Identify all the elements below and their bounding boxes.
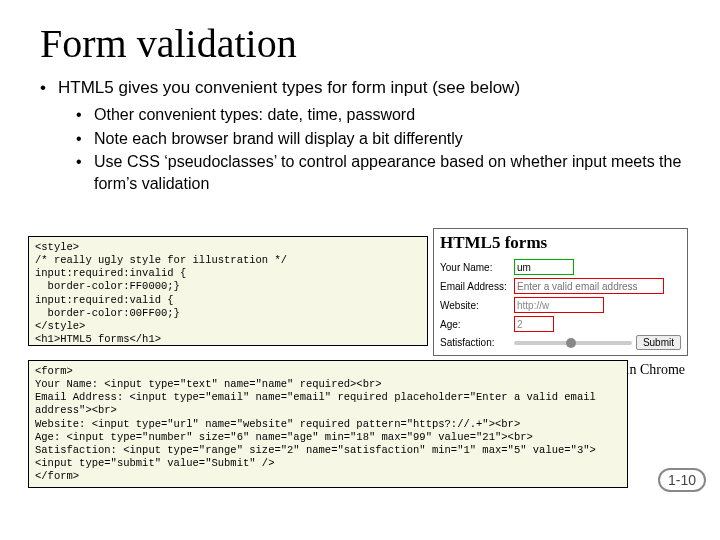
submit-button[interactable]: Submit — [636, 335, 681, 350]
name-label: Your Name: — [440, 262, 510, 273]
code-style-block: <style> /* really ugly style for illustr… — [28, 236, 428, 346]
email-label: Email Address: — [440, 281, 510, 292]
website-label: Website: — [440, 300, 510, 311]
sub-bullet: Note each browser brand will display a b… — [58, 128, 690, 150]
email-field[interactable] — [514, 278, 664, 294]
slide-title: Form validation — [40, 20, 690, 67]
page-number: 1-10 — [658, 468, 706, 492]
bullet-main: HTML5 gives you convenient types for for… — [40, 77, 690, 194]
sat-label: Satisfaction: — [440, 337, 510, 348]
sub-bullet: Use CSS ‘pseudoclasses’ to control appea… — [58, 151, 690, 194]
bullet-main-text: HTML5 gives you convenient types for for… — [58, 78, 520, 97]
code-form-block: <form> Your Name: <input type="text" nam… — [28, 360, 628, 488]
age-label: Age: — [440, 319, 510, 330]
website-field[interactable] — [514, 297, 604, 313]
sub-bullet: Other convenient types: date, time, pass… — [58, 104, 690, 126]
preview-heading: HTML5 forms — [440, 233, 681, 253]
chrome-preview: HTML5 forms Your Name: Email Address: We… — [433, 228, 688, 356]
age-field[interactable] — [514, 316, 554, 332]
name-field[interactable] — [514, 259, 574, 275]
satisfaction-slider[interactable] — [514, 341, 632, 345]
